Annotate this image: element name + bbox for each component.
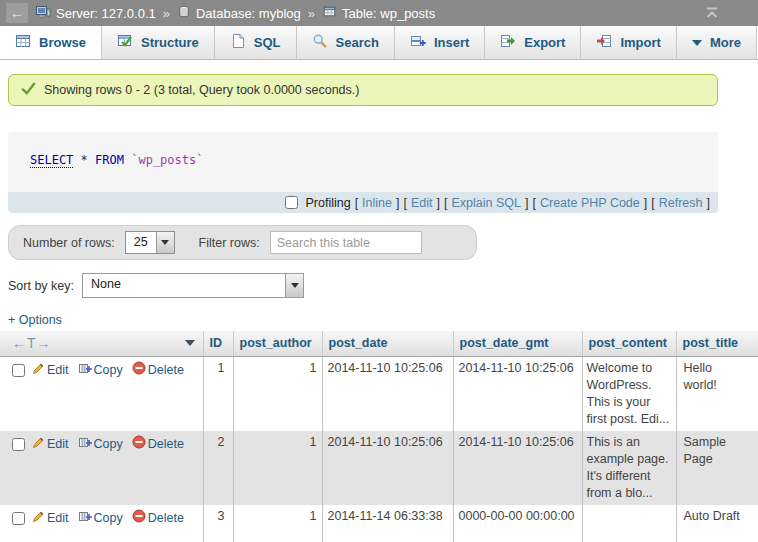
table-header-row: ←T→ ID post_author post_date post_date_g…: [0, 331, 758, 356]
tab-export-label: Export: [524, 35, 565, 50]
num-rows-label: Number of rows:: [23, 236, 115, 250]
tab-structure-label: Structure: [141, 35, 199, 50]
column-direction-toggle-icon[interactable]: ←T→: [12, 335, 52, 351]
column-header-post-date-gmt[interactable]: post_date_gmt: [453, 331, 582, 356]
tab-export[interactable]: Export: [485, 26, 581, 59]
refresh-link[interactable]: Refresh: [659, 196, 703, 210]
edit-row-link[interactable]: Edit: [47, 362, 69, 379]
tab-structure[interactable]: Structure: [102, 26, 215, 59]
tab-more-label: More: [710, 35, 741, 50]
cell-post-title: Sample Page: [676, 431, 758, 505]
delete-icon: [132, 509, 146, 528]
status-message: Showing rows 0 - 2 (3 total, Query took …: [8, 74, 718, 106]
copy-icon: [78, 510, 92, 528]
breadcrumb-database[interactable]: Database: myblog: [177, 5, 301, 22]
cell-id: 3: [203, 505, 233, 542]
edit-icon: [32, 510, 45, 528]
tab-import-label: Import: [620, 35, 660, 50]
collapse-console-icon[interactable]: [704, 5, 720, 21]
table-row: EditCopyDelete 2 1 2014-11-10 10:25:06 2…: [0, 431, 758, 505]
table-row: EditCopyDelete 3 1 2014-11-14 06:33:38 0…: [0, 505, 758, 542]
breadcrumb-table[interactable]: Table: wp_posts: [322, 4, 435, 22]
copy-row-link[interactable]: Copy: [94, 362, 123, 379]
create-php-code-link[interactable]: Create PHP Code: [540, 196, 640, 210]
results-table: ←T→ ID post_author post_date post_date_g…: [0, 331, 758, 542]
cell-id: 2: [203, 431, 233, 505]
tab-insert[interactable]: Insert: [395, 26, 485, 59]
select-arrow-icon: [285, 274, 303, 297]
breadcrumb-table-label: Table: wp_posts: [342, 6, 435, 21]
structure-icon: [117, 33, 133, 52]
tab-search[interactable]: Search: [297, 26, 395, 59]
column-header-post-title[interactable]: post_title: [676, 331, 758, 356]
tab-sql[interactable]: SQL: [215, 26, 297, 59]
sql-table-name: `wp_posts`: [131, 153, 203, 167]
copy-icon: [78, 362, 92, 380]
export-icon: [500, 33, 516, 52]
back-button[interactable]: ←: [6, 3, 28, 23]
edit-row-link[interactable]: Edit: [47, 436, 69, 453]
column-header-id[interactable]: ID: [203, 331, 233, 356]
row-actions: EditCopyDelete: [0, 505, 203, 542]
insert-icon: [410, 33, 426, 52]
row-checkbox[interactable]: [12, 438, 25, 451]
bracket: [: [444, 196, 447, 210]
browse-icon: [15, 33, 31, 52]
rows-per-page-select[interactable]: 25: [125, 231, 175, 254]
tab-more[interactable]: More: [677, 26, 757, 59]
phpmyadmin-window: ← Server: 127.0.0.1 » Database: myblog »…: [0, 0, 758, 542]
database-icon: [177, 5, 191, 22]
breadcrumb-server[interactable]: Server: 127.0.0.1: [35, 4, 156, 23]
breadcrumb-server-label: Server: 127.0.0.1: [56, 6, 156, 21]
explain-sql-link[interactable]: Explain SQL: [451, 196, 520, 210]
row-checkbox[interactable]: [12, 512, 25, 525]
delete-icon: [132, 361, 146, 380]
sort-row: Sort by key: None: [8, 273, 758, 298]
bracket: ]: [396, 196, 399, 210]
edit-query-link[interactable]: Edit: [411, 196, 433, 210]
sort-menu-icon[interactable]: [185, 340, 195, 346]
row-actions: EditCopyDelete: [0, 356, 203, 431]
cell-post-date: 2014-11-10 10:25:06: [322, 431, 453, 505]
bracket: ]: [707, 196, 710, 210]
sql-keyword-select: SELECT: [30, 153, 73, 168]
profiling-checkbox[interactable]: [285, 196, 298, 209]
edit-icon: [32, 362, 45, 380]
tab-insert-label: Insert: [434, 35, 469, 50]
edit-row-link[interactable]: Edit: [47, 510, 69, 527]
table-row: EditCopyDelete 1 1 2014-11-10 10:25:06 2…: [0, 356, 758, 431]
options-toggle-link[interactable]: + Options: [8, 313, 62, 327]
bracket: ]: [644, 196, 647, 210]
column-header-post-content[interactable]: post_content: [582, 331, 676, 356]
edit-icon: [32, 436, 45, 454]
tab-sql-label: SQL: [254, 35, 281, 50]
sql-icon: [230, 33, 246, 52]
delete-row-link[interactable]: Delete: [148, 362, 184, 379]
cell-post-date-gmt: 2014-11-10 10:25:06: [453, 356, 582, 431]
select-arrow-icon: [156, 232, 174, 253]
sort-key-select[interactable]: None: [82, 273, 304, 298]
bracket: [: [532, 196, 535, 210]
tab-browse[interactable]: Browse: [0, 26, 102, 59]
copy-row-link[interactable]: Copy: [94, 510, 123, 527]
cell-post-date: 2014-11-10 10:25:06: [322, 356, 453, 431]
cell-post-content: This is an example page. It's different …: [582, 431, 676, 505]
cell-post-content: Welcome to WordPress. This is your first…: [582, 356, 676, 431]
inline-link[interactable]: Inline: [362, 196, 392, 210]
column-header-post-date[interactable]: post_date: [322, 331, 453, 356]
breadcrumb-database-label: Database: myblog: [196, 6, 301, 21]
copy-row-link[interactable]: Copy: [94, 436, 123, 453]
column-header-post-author[interactable]: post_author: [233, 331, 322, 356]
filter-rows-label: Filter rows:: [199, 236, 260, 250]
sql-query: SELECT * FROM `wp_posts`: [8, 132, 718, 192]
filter-rows-input[interactable]: [270, 231, 422, 254]
sql-keyword-from: FROM: [95, 153, 124, 167]
delete-row-link[interactable]: Delete: [148, 436, 184, 453]
search-icon: [312, 33, 328, 52]
delete-row-link[interactable]: Delete: [148, 510, 184, 527]
tab-search-label: Search: [336, 35, 379, 50]
query-box: SELECT * FROM `wp_posts` Profiling [ Inl…: [8, 132, 718, 213]
query-toolbar: Profiling [ Inline ] [ Edit ] [ Explain …: [8, 192, 718, 213]
row-checkbox[interactable]: [12, 364, 25, 377]
tab-import[interactable]: Import: [581, 26, 676, 59]
